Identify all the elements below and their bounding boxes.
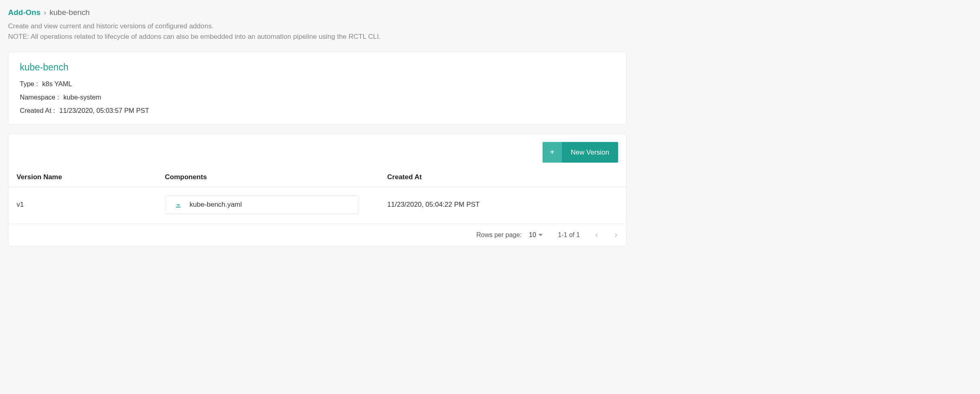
rows-per-page: Rows per page: 10 — [476, 231, 543, 239]
addon-created-value: 11/23/2020, 05:03:57 PM PST — [59, 107, 149, 114]
addon-type-value: k8s YAML — [42, 80, 72, 88]
plus-icon: + — [543, 142, 562, 163]
new-version-label: New Version — [562, 142, 618, 163]
pagination: Rows per page: 10 1-1 of 1 ‹ › — [8, 224, 626, 246]
col-header-components: Components — [157, 167, 379, 187]
component-download-chip[interactable]: kube-bench.yaml — [165, 195, 359, 214]
addon-namespace-value: kube-system — [63, 93, 101, 101]
addon-namespace-row: Namespace : kube-system — [20, 93, 615, 101]
new-version-button[interactable]: + New Version — [543, 142, 618, 163]
addon-created-row: Created At : 11/23/2020, 05:03:57 PM PST — [20, 107, 615, 114]
caret-down-icon — [539, 234, 543, 236]
cell-components: kube-bench.yaml — [157, 187, 379, 224]
rows-per-page-value: 10 — [529, 231, 536, 239]
prev-page-button[interactable]: ‹ — [595, 231, 598, 239]
table-row: v1 kube-bench.yaml 11/23/2020, 05:04:22 … — [8, 187, 626, 224]
next-page-button[interactable]: › — [615, 231, 617, 239]
table-toolbar: + New Version — [8, 134, 626, 167]
col-header-version-name: Version Name — [8, 167, 157, 187]
addon-type-row: Type : k8s YAML — [20, 80, 615, 88]
addon-detail-card: kube-bench Type : k8s YAML Namespace : k… — [8, 52, 627, 125]
rows-per-page-select[interactable]: 10 — [529, 231, 543, 239]
addon-namespace-label: Namespace : — [20, 93, 59, 101]
component-file-name: kube-bench.yaml — [190, 201, 242, 209]
versions-card: + New Version Version Name Components Cr… — [8, 133, 627, 246]
breadcrumb-separator: › — [44, 8, 46, 17]
download-icon — [174, 201, 182, 209]
breadcrumb-root-link[interactable]: Add-Ons — [8, 8, 40, 17]
addon-title: kube-bench — [20, 62, 615, 73]
addon-created-label: Created At : — [20, 107, 55, 114]
versions-table: Version Name Components Created At v1 ku… — [8, 167, 626, 224]
page-subtitle: Create and view current and historic ver… — [8, 21, 453, 42]
addon-type-label: Type : — [20, 80, 38, 88]
pagination-range: 1-1 of 1 — [558, 231, 580, 239]
cell-created-at: 11/23/2020, 05:04:22 PM PST — [379, 187, 626, 224]
cell-version-name: v1 — [8, 187, 157, 224]
rows-per-page-label: Rows per page: — [476, 231, 522, 239]
breadcrumb: Add-Ons › kube-bench — [8, 8, 972, 17]
col-header-created-at: Created At — [379, 167, 626, 187]
page-nav: ‹ › — [595, 231, 617, 239]
breadcrumb-current: kube-bench — [50, 8, 90, 17]
